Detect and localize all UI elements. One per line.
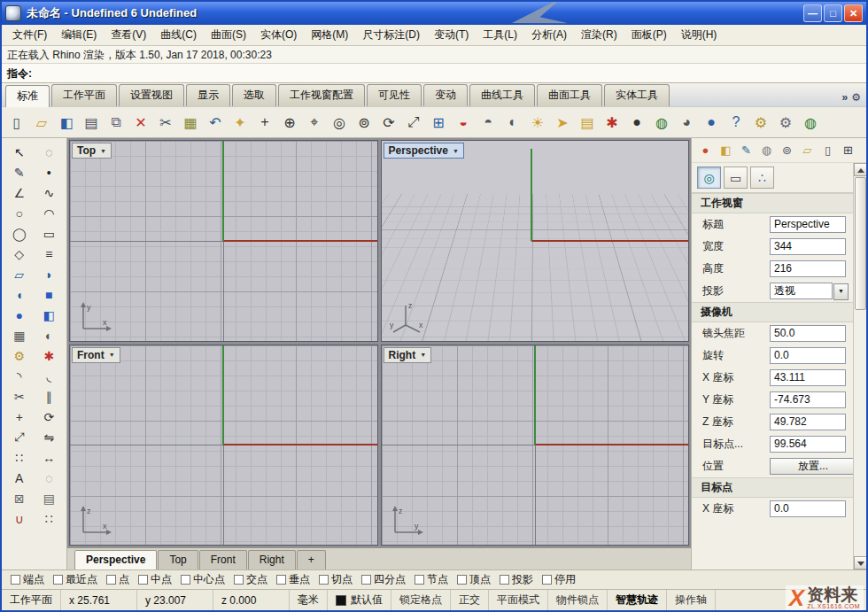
mirror-button[interactable]: ⇋ xyxy=(35,427,65,447)
zoom-extents-button[interactable]: ◎ xyxy=(328,111,351,134)
render-preview-button[interactable]: ◒ xyxy=(452,111,475,134)
menu-view[interactable]: 查看(V) xyxy=(104,25,153,45)
zoom-selected-button[interactable]: ⊚ xyxy=(353,111,376,134)
undo-button[interactable]: ↶ xyxy=(204,111,227,134)
planar-toggle[interactable]: 平面模式 xyxy=(489,590,548,610)
tab-solid-tools[interactable]: 实体工具 xyxy=(604,84,670,106)
save-button[interactable]: ◧ xyxy=(55,111,78,134)
panel-scrollbar[interactable] xyxy=(853,163,866,569)
render-globe-button[interactable]: ● xyxy=(700,111,723,134)
materials-tab[interactable]: ⊚ xyxy=(779,142,795,159)
tab-select[interactable]: 选取 xyxy=(232,84,276,106)
earth-button[interactable]: ◍ xyxy=(799,111,822,134)
solid-cylinder-button[interactable]: ◧ xyxy=(35,305,65,325)
menu-curve[interactable]: 曲线(C) xyxy=(153,25,204,45)
tab-standard[interactable]: 标准 xyxy=(5,85,50,107)
layers-panel-button[interactable]: ▤ xyxy=(576,111,599,134)
menu-surface[interactable]: 曲面(S) xyxy=(204,25,253,45)
command-history[interactable]: 正在载入 Rhino 渲染，版本 1.50, Jan 17 2018, 00:3… xyxy=(2,46,866,64)
placement-row[interactable]: 位置 放置... xyxy=(692,455,853,477)
polyline-button[interactable]: ∠ xyxy=(4,182,35,203)
new-file-button[interactable]: ▯ xyxy=(5,111,28,134)
tab-surface-tools[interactable]: 曲面工具 xyxy=(537,84,602,106)
rotate-view-button[interactable]: ⟳ xyxy=(377,111,400,134)
viewport-perspective-label[interactable]: Perspective xyxy=(384,143,464,159)
polygon-button[interactable]: ◇ xyxy=(4,244,35,264)
viewport-title-row[interactable]: 标题 Perspective xyxy=(692,213,853,236)
libraries-tab[interactable]: ▱ xyxy=(799,142,816,159)
layers-tab[interactable]: ◧ xyxy=(717,142,734,159)
menu-render[interactable]: 渲染(R) xyxy=(574,25,624,45)
viewport-right[interactable]: Right y z xyxy=(381,345,690,546)
fillet-button[interactable]: ◝ xyxy=(4,366,35,386)
projection-row[interactable]: 投影 透视 xyxy=(692,280,853,302)
menu-dimension[interactable]: 尺寸标注(D) xyxy=(355,25,427,45)
tab-overflow-button[interactable]: » xyxy=(842,91,849,104)
menu-panels[interactable]: 面板(P) xyxy=(624,25,674,45)
minimize[interactable]: — xyxy=(803,4,822,22)
checkbox[interactable] xyxy=(106,575,116,585)
color-palette-button[interactable]: ✱ xyxy=(601,111,624,134)
checkbox[interactable] xyxy=(181,575,190,585)
grid-snap-toggle[interactable]: 锁定格点 xyxy=(391,590,451,610)
hide-button[interactable]: ◌ xyxy=(35,468,65,488)
tab-display[interactable]: 显示 xyxy=(186,84,230,106)
viewport-layout-button[interactable]: ⊞ xyxy=(427,111,450,134)
text-button[interactable]: A xyxy=(4,468,35,488)
zoom-dynamic-button[interactable]: ⊕ xyxy=(278,111,301,134)
menu-tools[interactable]: 工具(L) xyxy=(476,25,524,45)
menu-analyze[interactable]: 分析(A) xyxy=(524,25,574,45)
dimension-button[interactable]: ↔ xyxy=(35,447,65,468)
toolbar-menu-gear-icon[interactable]: ⚙ xyxy=(851,91,861,104)
osnap-toggle[interactable]: 物件锁点 xyxy=(548,590,608,610)
scroll-down-button[interactable] xyxy=(854,556,867,569)
control-points-button[interactable]: ✎ xyxy=(4,162,35,182)
camera-x-row[interactable]: X 座标 43.111 xyxy=(692,367,853,389)
rendering-tab[interactable]: ◍ xyxy=(758,142,775,159)
gumball-toggle[interactable]: 操作轴 xyxy=(667,590,716,610)
options-gear-button[interactable]: ⚙ xyxy=(749,111,772,134)
viewport-height-row[interactable]: 高度 216 xyxy=(692,258,853,280)
shaded-view-button[interactable]: ◐ xyxy=(501,111,524,134)
notes-tab[interactable]: ▯ xyxy=(819,142,836,159)
osnap-near[interactable]: 最近点 xyxy=(53,572,97,587)
trim-button[interactable]: ✂ xyxy=(4,386,35,407)
paint-tools-button[interactable]: ✱ xyxy=(35,345,65,366)
grid-dots-button[interactable]: ∷ xyxy=(35,508,65,529)
split-button[interactable]: ∥ xyxy=(35,386,65,407)
z-coordinate[interactable]: z 0.000 xyxy=(213,590,290,610)
y-coordinate[interactable]: y 23.007 xyxy=(137,590,213,610)
ellipse-button[interactable]: ◯ xyxy=(4,223,35,244)
viewport-tab-right[interactable]: Right xyxy=(248,550,296,569)
x-coordinate[interactable]: x 25.761 xyxy=(61,590,137,610)
pan-view-button[interactable]: ⤢ xyxy=(402,111,425,134)
delete-button[interactable]: ✕ xyxy=(129,111,152,134)
texture-sphere-button[interactable]: ◕ xyxy=(675,111,698,134)
osnap-center[interactable]: 中心点 xyxy=(181,572,225,587)
camera-properties-tab[interactable]: ◎ xyxy=(697,167,721,189)
cplane-button[interactable]: 工作平面 xyxy=(2,590,61,610)
viewport-tab-perspective[interactable]: Perspective xyxy=(74,550,157,569)
checkbox[interactable] xyxy=(457,575,467,585)
menu-help[interactable]: 说明(H) xyxy=(674,25,725,45)
osnap-tangent[interactable]: 切点 xyxy=(319,572,353,587)
circle-button[interactable]: ○ xyxy=(4,203,35,223)
checkbox[interactable] xyxy=(53,575,63,585)
select-pointer-button[interactable]: ↖ xyxy=(4,142,35,162)
open-file-button[interactable]: ▱ xyxy=(30,111,53,134)
surface-button[interactable]: ▱ xyxy=(4,264,35,284)
solid-box-button[interactable]: ■ xyxy=(35,284,65,305)
viewport-top-label[interactable]: Top xyxy=(72,143,112,159)
layer-button[interactable]: 默认值 xyxy=(328,590,391,610)
help-button[interactable]: ? xyxy=(725,111,748,134)
camera-z-row[interactable]: Z 座标 49.782 xyxy=(692,411,853,433)
properties-tab[interactable]: ● xyxy=(697,142,714,159)
hide-objects-button[interactable]: ◓ xyxy=(477,111,500,134)
light-button[interactable]: ☀ xyxy=(526,111,549,134)
checkbox[interactable] xyxy=(415,575,424,585)
checkbox[interactable] xyxy=(234,575,244,585)
viewport-properties-tab[interactable]: ▭ xyxy=(724,167,748,189)
pan-hand-button[interactable]: ✦ xyxy=(229,111,252,134)
checkbox[interactable] xyxy=(276,575,286,585)
move-view-button[interactable]: + xyxy=(253,111,276,134)
